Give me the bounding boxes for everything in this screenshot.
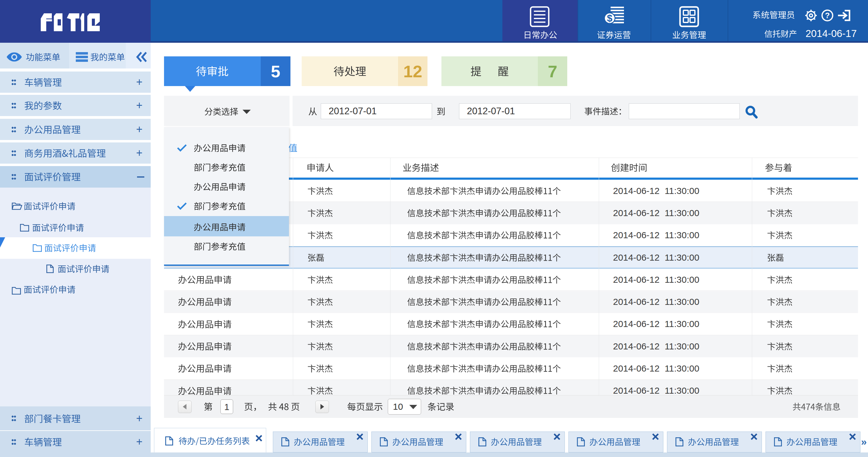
svg-text:?: ? xyxy=(825,11,830,20)
svg-text:$: $ xyxy=(607,13,613,24)
